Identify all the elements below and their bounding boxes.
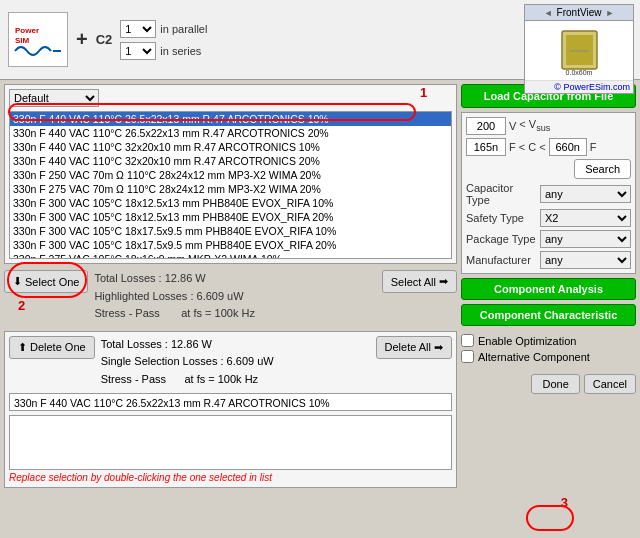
enable-opt-checkbox[interactable] — [461, 334, 474, 347]
list-section: Default 330n F 440 VAC 110°C 26.5x22x13 … — [4, 84, 457, 264]
next-arrow-icon: ► — [605, 8, 614, 18]
delete-one-label: Delete One — [30, 341, 86, 353]
component-characteristic-button[interactable]: Component Characteristic — [461, 304, 636, 326]
top-stats: Total Losses : 12.86 W Highlighted Losse… — [94, 270, 375, 323]
cap-type-label: Capacitor Type — [466, 182, 536, 206]
svg-text:0.0x60m: 0.0x60m — [565, 69, 592, 76]
delete-right-icon: ➡ — [434, 341, 443, 354]
lower-stats: Total Losses : 12.86 W Single Selection … — [101, 336, 370, 389]
series-label: in series — [160, 45, 201, 57]
checkbox-section: Enable Optimization Alternative Componen… — [461, 334, 636, 366]
manufacturer-row: Manufacturer any — [466, 251, 631, 269]
select-all-button[interactable]: Select All ➡ — [382, 270, 457, 293]
cap-list[interactable]: 330n F 440 VAC 110°C 26.5x22x13 mm R.47 … — [9, 111, 452, 259]
safety-type-select[interactable]: X2X1any — [540, 209, 631, 227]
select-one-button[interactable]: ⬇ Select One — [4, 270, 88, 293]
list-item[interactable]: 330n F 440 VAC 110°C 32x20x10 mm R.47 AR… — [10, 140, 451, 154]
package-type-label: Package Type — [466, 233, 536, 245]
c-max-unit: F — [590, 141, 597, 153]
lower-stress: Stress - Pass at fs = 100k Hz — [101, 371, 370, 389]
label-3: 3 — [561, 495, 568, 510]
cancel-button[interactable]: Cancel — [584, 374, 636, 394]
cap-type-select[interactable]: any — [540, 185, 631, 203]
preview-box: ◄ FrontView ► 0.0x60m © PowerESim.com — [524, 4, 634, 94]
preview-content: 0.0x60m — [525, 21, 633, 80]
list-item[interactable]: 330n F 300 VAC 105°C 18x17.5x9.5 mm PHB8… — [10, 224, 451, 238]
select-all-label: Select All — [391, 276, 436, 288]
done-button[interactable]: Done — [531, 374, 579, 394]
c2-label: C2 — [96, 32, 113, 47]
selected-display: 330n F 440 VAC 110°C 26.5x22x13 mm R.47 … — [9, 393, 452, 411]
svg-text:SIM: SIM — [15, 36, 30, 45]
default-select[interactable]: Default — [9, 89, 99, 107]
enable-opt-label: Enable Optimization — [478, 335, 576, 347]
svg-rect-4 — [566, 35, 593, 65]
stress-label: Stress - Pass at fs = 100k Hz — [94, 305, 375, 323]
v-unit: V — [509, 120, 516, 132]
voltage-row: V < Vsus — [466, 117, 631, 135]
c-unit: F — [509, 141, 516, 153]
bottom-right: Done Cancel — [461, 374, 636, 394]
left-panel: Default 330n F 440 VAC 110°C 26.5x22x13 … — [4, 84, 457, 531]
prev-arrow-icon: ◄ — [544, 8, 553, 18]
lower-action-row: ⬆ Delete One Total Losses : 12.86 W Sing… — [9, 336, 452, 389]
list-item[interactable]: 330n F 300 VAC 105°C 18x12.5x13 mm PHB84… — [10, 210, 451, 224]
main-content: Default 330n F 440 VAC 110°C 26.5x22x13 … — [0, 80, 640, 535]
series-select[interactable]: 123 — [120, 42, 156, 60]
manufacturer-label: Manufacturer — [466, 254, 536, 266]
dropdown-section: Capacitor Type any Safety Type X2X1any P… — [466, 182, 631, 269]
filter-section: V < Vsus F < C < F Search Capacitor Type… — [461, 112, 636, 274]
logo: Power SIM — [8, 12, 68, 67]
safety-type-label: Safety Type — [466, 212, 536, 224]
svg-text:Power: Power — [15, 26, 39, 35]
list-item[interactable]: 330n F 250 VAC 70m Ω 110°C 28x24x12 mm M… — [10, 168, 451, 182]
delete-all-label: Delete All — [385, 341, 431, 353]
right-panel: Load Capacitor from File V < Vsus F < C … — [461, 84, 636, 531]
select-one-label: Select One — [25, 276, 79, 288]
lower-single-sel: Single Selection Losses : 6.609 uW — [101, 353, 370, 371]
package-type-row: Package Type any — [466, 230, 631, 248]
arrow-right-icon: ➡ — [439, 275, 448, 288]
list-item[interactable]: 330n F 300 VAC 105°C 18x17.5x9.5 mm PHB8… — [10, 238, 451, 252]
list-header: Default — [9, 89, 452, 107]
capacitance-min-input[interactable] — [466, 138, 506, 156]
voltage-input[interactable] — [466, 117, 506, 135]
capacitance-max-input[interactable] — [549, 138, 587, 156]
v-sus-symbol: < Vsus — [519, 118, 550, 133]
capacitance-row: F < C < F — [466, 138, 631, 156]
cap-type-row: Capacitor Type any — [466, 182, 631, 206]
highlighted-losses-label: Highlighted Losses : 6.609 uW — [94, 288, 375, 306]
top-action-row: ⬇ Select One Total Losses : 12.86 W High… — [4, 270, 457, 323]
list-item[interactable]: 330n F 440 VAC 110°C 26.5x22x13 mm R.47 … — [10, 112, 451, 126]
preview-header: ◄ FrontView ► — [525, 5, 633, 21]
bottom-note: Replace selection by double-clicking the… — [9, 472, 452, 483]
list-item[interactable]: 330n F 440 VAC 110°C 26.5x22x13 mm R.47 … — [10, 126, 451, 140]
plus-sign: + — [76, 28, 88, 51]
arrow-down-icon: ⬇ — [13, 275, 22, 288]
lower-total-losses: Total Losses : 12.86 W — [101, 336, 370, 354]
list-item[interactable]: 330n F 300 VAC 105°C 18x12.5x13 mm PHB84… — [10, 196, 451, 210]
alt-comp-row: Alternative Component — [461, 350, 636, 363]
notes-area — [9, 415, 452, 470]
delete-all-button[interactable]: Delete All ➡ — [376, 336, 452, 359]
preview-copyright: © PowerESim.com — [525, 80, 633, 93]
label-1: 1 — [420, 85, 427, 100]
parallel-select[interactable]: 123 — [120, 20, 156, 38]
component-analysis-button[interactable]: Component Analysis — [461, 278, 636, 300]
package-type-select[interactable]: any — [540, 230, 631, 248]
delete-one-button[interactable]: ⬆ Delete One — [9, 336, 95, 359]
list-item[interactable]: 330n F 275 VAC 105°C 18x16x9 mm MKP-X2 W… — [10, 252, 451, 259]
list-item[interactable]: 330n F 275 VAC 70m Ω 110°C 28x24x12 mm M… — [10, 182, 451, 196]
list-item[interactable]: 330n F 440 VAC 110°C 32x20x10 mm R.47 AR… — [10, 154, 451, 168]
c-range-symbol: < C < — [519, 141, 546, 153]
manufacturer-select[interactable]: any — [540, 251, 631, 269]
parallel-label: in parallel — [160, 23, 207, 35]
alt-comp-checkbox[interactable] — [461, 350, 474, 363]
preview-title: FrontView — [557, 7, 602, 18]
label-2: 2 — [18, 298, 25, 313]
series-row: 123 in series — [120, 42, 207, 60]
search-row: Search — [466, 159, 631, 179]
total-losses-label: Total Losses : 12.86 W — [94, 270, 375, 288]
search-button[interactable]: Search — [574, 159, 631, 179]
delete-arrow-icon: ⬆ — [18, 341, 27, 354]
